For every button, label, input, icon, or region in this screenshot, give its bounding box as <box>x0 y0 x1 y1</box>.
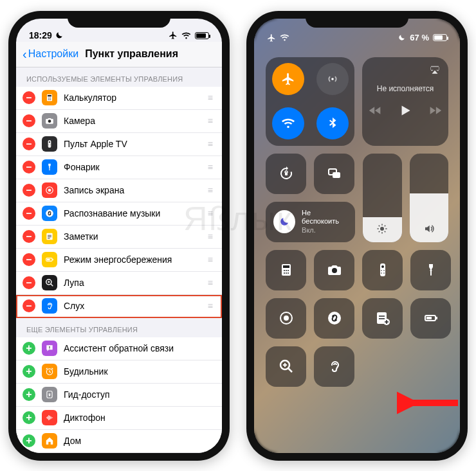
remove-button[interactable]: – <box>23 207 35 220</box>
add-button[interactable]: + <box>23 388 35 401</box>
media-panel[interactable]: Не исполняется <box>362 57 448 146</box>
remove-button[interactable]: – <box>23 253 35 266</box>
camera-tile[interactable] <box>314 250 354 290</box>
magnifier-tile[interactable] <box>266 346 306 387</box>
brightness-slider[interactable] <box>363 154 401 242</box>
wifi-toggle[interactable] <box>272 107 304 139</box>
add-button[interactable]: + <box>23 434 35 447</box>
remove-button[interactable]: – <box>23 230 35 243</box>
moon-icon <box>398 33 406 42</box>
cellular-toggle[interactable] <box>316 63 349 95</box>
notch <box>306 11 408 28</box>
appletv-remote-tile[interactable] <box>362 250 403 290</box>
drag-handle-icon[interactable]: ≡ <box>208 231 214 242</box>
rotation-lock-button[interactable] <box>266 154 306 194</box>
battery-percent: 67 % <box>410 33 429 42</box>
row-label: Камера <box>64 116 201 126</box>
drag-handle-icon[interactable]: ≡ <box>208 139 214 149</box>
row-label: Распознавание музыки <box>64 208 201 218</box>
control-row: –Калькулятор≡ <box>16 87 222 110</box>
row-label: Дом <box>64 436 214 446</box>
alarm-icon <box>42 364 57 379</box>
drag-handle-icon[interactable]: ≡ <box>208 93 214 103</box>
control-row: +Диктофон <box>16 407 222 430</box>
notes-icon <box>42 229 57 244</box>
flashlight-tile[interactable] <box>410 250 451 290</box>
airplay-icon[interactable] <box>429 64 441 75</box>
control-row: –Камера≡ <box>16 110 222 133</box>
focus-title: Не беспокоить <box>302 209 347 226</box>
status-time: 18:29 <box>29 30 52 40</box>
remove-button[interactable]: – <box>23 161 35 173</box>
remove-button[interactable]: – <box>23 276 35 289</box>
shazam-icon <box>42 206 57 221</box>
drag-handle-icon[interactable]: ≡ <box>208 254 214 265</box>
moon-icon <box>55 31 64 40</box>
drag-handle-icon[interactable]: ≡ <box>208 208 214 218</box>
magnifier-icon <box>42 275 57 290</box>
remove-button[interactable]: – <box>23 91 35 104</box>
volume-slider[interactable] <box>410 154 448 242</box>
calculator-tile[interactable] <box>266 250 306 290</box>
row-label: Диктофон <box>64 413 214 423</box>
low-power-tile[interactable] <box>410 298 451 339</box>
next-track-icon[interactable] <box>429 104 442 117</box>
control-row: –Распознавание музыки≡ <box>16 202 222 226</box>
drag-handle-icon[interactable]: ≡ <box>208 278 214 288</box>
row-label: Слух <box>64 301 201 311</box>
remove-button[interactable]: – <box>23 138 35 150</box>
airplane-toggle[interactable] <box>272 63 304 95</box>
control-row: +Дом <box>16 430 222 453</box>
calculator-icon <box>42 90 57 105</box>
screen-mirroring-button[interactable] <box>314 154 354 194</box>
control-row: +Будильник <box>16 360 222 384</box>
play-icon[interactable] <box>397 102 414 119</box>
row-label: Заметки <box>64 231 201 242</box>
record-icon <box>42 182 57 198</box>
drag-handle-icon[interactable]: ≡ <box>208 301 214 311</box>
row-label: Пульт Apple TV <box>64 139 201 149</box>
hearing-tile[interactable] <box>314 346 354 387</box>
drag-handle-icon[interactable]: ≡ <box>208 162 214 172</box>
remove-button[interactable]: – <box>23 114 35 127</box>
add-button[interactable]: + <box>23 411 35 424</box>
section-header-included: ИСПОЛЬЗУЕМЫЕ ЭЛЕМЕНТЫ УПРАВЛЕНИЯ <box>16 67 222 87</box>
drag-handle-icon[interactable]: ≡ <box>208 116 214 126</box>
remove-button[interactable]: – <box>23 184 35 197</box>
focus-panel[interactable]: Не беспокоить Вкл. <box>266 202 355 242</box>
row-label: Режим энергосбережения <box>64 254 201 265</box>
back-button[interactable]: ‹ Настройки <box>23 48 78 60</box>
camera-icon <box>42 113 57 129</box>
flashlight-icon <box>42 159 57 175</box>
airplane-icon <box>267 33 276 42</box>
connectivity-panel <box>266 57 354 146</box>
screen-record-tile[interactable] <box>266 298 306 339</box>
settings-screen: 18:29 ‹ Настройки Пункт управления ИСПОЛ… <box>16 19 222 453</box>
control-row: –Фонарик≡ <box>16 156 222 179</box>
row-label: Гид-доступ <box>64 389 214 400</box>
row-label: Ассистент обратной связи <box>64 343 214 353</box>
chevron-left-icon: ‹ <box>23 48 27 60</box>
control-row: –Слух≡ <box>16 295 222 318</box>
control-row: –Запись экрана≡ <box>16 179 222 202</box>
prev-track-icon[interactable] <box>369 104 381 117</box>
add-button[interactable]: + <box>23 342 35 355</box>
voice-memo-icon <box>42 410 57 425</box>
row-label: Фонарик <box>64 162 201 172</box>
dnd-icon <box>273 210 295 233</box>
phone-left: 18:29 ‹ Настройки Пункт управления ИСПОЛ… <box>8 11 230 461</box>
included-list: –Калькулятор≡–Камера≡–Пульт Apple TV≡–Фо… <box>16 87 222 318</box>
shazam-tile[interactable] <box>314 298 354 339</box>
control-row: –Режим энергосбережения≡ <box>16 249 222 272</box>
add-button[interactable]: + <box>23 365 35 378</box>
appletv-remote-icon <box>42 136 57 152</box>
control-row: –Лупа≡ <box>16 272 222 295</box>
phone-right: 67 % Не исполняется <box>246 11 468 461</box>
drag-handle-icon[interactable]: ≡ <box>208 185 214 195</box>
row-label: Будильник <box>64 366 214 377</box>
row-label: Лупа <box>64 278 201 288</box>
remove-button[interactable]: – <box>23 299 35 312</box>
hearing-icon <box>42 298 57 314</box>
bluetooth-toggle[interactable] <box>316 107 349 139</box>
notes-tile[interactable] <box>362 298 403 339</box>
